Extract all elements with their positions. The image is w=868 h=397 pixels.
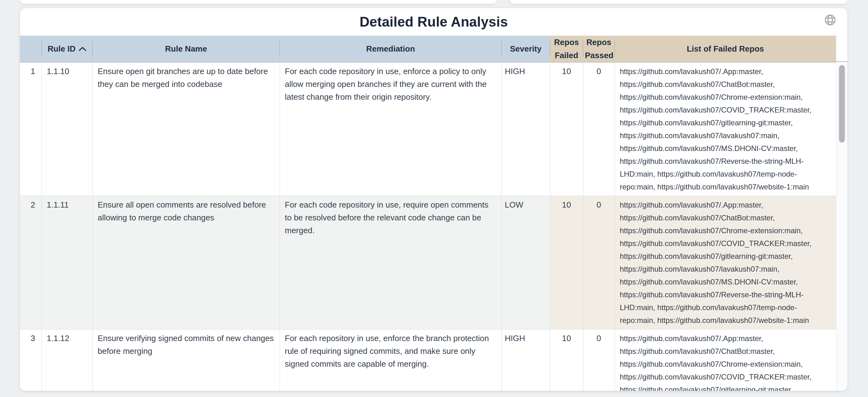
cell-severity: LOW [501, 196, 550, 330]
header-row-number [20, 36, 41, 62]
cell-failed-repos: https://github.com/lavakush07/.App:maste… [615, 62, 836, 196]
cell-row-number: 1 [20, 62, 41, 196]
header-repos-passed[interactable]: Repos Passed [583, 36, 615, 62]
cell-rule-id: 1.1.10 [41, 62, 92, 196]
table-scrollbar-track[interactable] [836, 62, 847, 391]
header-remediation[interactable]: Remediation [280, 36, 501, 62]
header-severity[interactable]: Severity [501, 36, 550, 62]
cell-severity: HIGH [501, 62, 550, 196]
cell-row-number: 2 [20, 196, 41, 330]
cell-remediation: For each repository in use, enforce the … [280, 330, 501, 391]
cell-rule-name: Ensure verifying signed commits of new c… [92, 330, 280, 391]
sort-ascending-icon [79, 47, 87, 51]
cell-failed-repos: https://github.com/lavakush07/.App:maste… [615, 330, 836, 391]
cell-repos-failed: 10 [550, 330, 583, 391]
cell-remediation: For each code repository in use, enforce… [280, 62, 501, 196]
table-header-row: Rule ID Rule Name Remediation Severity R… [20, 36, 836, 62]
cell-severity: HIGH [501, 330, 550, 391]
detailed-rule-analysis-panel: Detailed Rule Analysis Rule ID Rule Name… [20, 8, 847, 391]
card-above-right [509, 0, 847, 4]
panel-title: Detailed Rule Analysis [360, 14, 508, 30]
table-row: 3 1.1.12 Ensure verifying signed commits… [20, 330, 836, 391]
header-rule-name[interactable]: Rule Name [92, 36, 280, 62]
cell-rule-id: 1.1.11 [41, 196, 92, 330]
failed-repos-list: https://github.com/lavakush07/.App:maste… [620, 198, 832, 327]
card-above-left [20, 0, 497, 4]
rules-table: Rule ID Rule Name Remediation Severity R… [20, 36, 836, 391]
cell-repos-passed: 0 [583, 62, 615, 196]
header-repos-failed[interactable]: Repos Failed [550, 36, 583, 62]
cell-repos-passed: 0 [583, 330, 615, 391]
globe-icon[interactable] [824, 14, 837, 27]
failed-repos-list: https://github.com/lavakush07/.App:maste… [620, 65, 832, 193]
cell-rule-name: Ensure open git branches are up to date … [92, 62, 280, 196]
cell-rule-name: Ensure all open comments are resolved be… [92, 196, 280, 330]
table-row: 1 1.1.10 Ensure open git branches are up… [20, 62, 836, 196]
header-list-of-failed-repos[interactable]: List of Failed Repos [615, 36, 836, 62]
cell-repos-failed: 10 [550, 196, 583, 330]
table-row: 2 1.1.11 Ensure all open comments are re… [20, 196, 836, 330]
cell-repos-passed: 0 [583, 196, 615, 330]
failed-repos-list: https://github.com/lavakush07/.App:maste… [620, 332, 832, 391]
cell-remediation: For each code repository in use, require… [280, 196, 501, 330]
cell-failed-repos: https://github.com/lavakush07/.App:maste… [615, 196, 836, 330]
panel-header: Detailed Rule Analysis [20, 8, 847, 36]
cell-row-number: 3 [20, 330, 41, 391]
table-scrollbar-thumb[interactable] [839, 65, 845, 143]
cell-rule-id: 1.1.12 [41, 330, 92, 391]
cell-repos-failed: 10 [550, 62, 583, 196]
header-rule-id[interactable]: Rule ID [41, 36, 92, 62]
